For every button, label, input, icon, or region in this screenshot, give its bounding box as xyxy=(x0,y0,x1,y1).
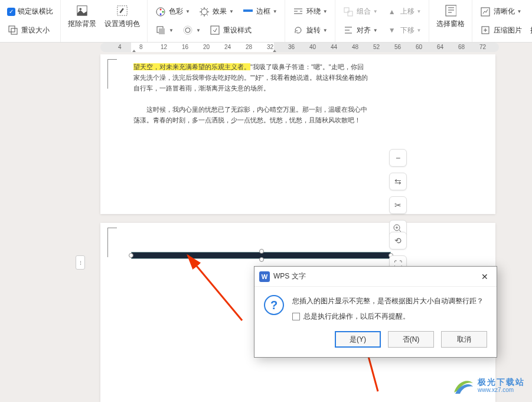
dialog-cancel-button[interactable]: 取消 xyxy=(441,331,487,348)
svg-rect-16 xyxy=(344,8,349,12)
rotate-label: 旋转 xyxy=(306,25,321,35)
compress-icon xyxy=(479,24,491,36)
svg-point-13 xyxy=(185,28,190,33)
document-area: 望天空，对未来充满希望的乐观主义者。"我吸了吸鼻子答道："嗯"。"走吧，你回家先… xyxy=(0,54,532,402)
color-icon xyxy=(155,6,167,18)
set-transparent-icon xyxy=(116,5,128,17)
svg-point-14 xyxy=(184,26,192,34)
compress-label: 压缩图片 xyxy=(494,25,522,35)
paragraph-2: 这时候，我内心里的忧愁已了无踪影，内心晴空万里。那一刻，温暖在我心中荡漾。青春的… xyxy=(133,104,370,125)
lock-aspect-ratio[interactable]: ✓ 锁定纵横比 xyxy=(5,4,56,20)
effects-label: 效果 xyxy=(213,7,227,17)
move-up-icon: ▲ xyxy=(386,6,398,18)
dropdown-caret-icon: ▼ xyxy=(323,28,328,33)
svg-rect-18 xyxy=(446,5,456,16)
move-up-label: 上移 xyxy=(400,7,414,17)
dialog-titlebar[interactable]: W WPS 文字 ✕ xyxy=(254,267,497,287)
ruler-tick: 72 xyxy=(479,44,486,50)
wrap-button[interactable]: 环绕 ▼ xyxy=(290,4,330,20)
dialog-message: 您插入的图片显示不完整，是否根据图片大小自动调整行距？ xyxy=(292,295,484,307)
svg-rect-0 xyxy=(9,26,15,32)
floating-tools-group-1: − ⇆ ✂ xyxy=(389,149,407,238)
svg-rect-15 xyxy=(211,26,219,34)
glow-button[interactable]: ▼ xyxy=(179,22,203,38)
inserted-image-selection[interactable] xyxy=(131,252,391,259)
move-up-button[interactable]: ▲ 上移 ▼ xyxy=(384,4,424,20)
horizontal-ruler[interactable]: 4812162024283236404448525660646872 xyxy=(100,43,499,52)
checkbox-checked-icon: ✓ xyxy=(7,8,15,16)
dialog-no-button[interactable]: 否(N) xyxy=(388,331,434,348)
clarity-icon xyxy=(479,6,491,18)
selection-handle-icon[interactable] xyxy=(259,257,264,262)
remove-bg-icon xyxy=(76,5,88,17)
batch-label: 批 xyxy=(528,25,532,35)
group-button[interactable]: 组合 ▼ xyxy=(340,4,380,20)
move-down-label: 下移 xyxy=(400,25,414,35)
ruler-active-range xyxy=(131,43,274,52)
selection-handle-icon[interactable] xyxy=(259,249,264,254)
dropdown-caret-icon: ▼ xyxy=(517,9,522,14)
checkbox-unchecked-icon[interactable] xyxy=(292,313,300,320)
ruler-tick: 64 xyxy=(437,44,443,50)
reset-size-button[interactable]: 重设大小 xyxy=(5,22,56,38)
clarity-label: 清晰化 xyxy=(494,7,515,17)
dropdown-caret-icon: ▼ xyxy=(196,28,201,33)
toggle-button[interactable]: ⇆ xyxy=(389,173,407,190)
rotate-button[interactable]: 旋转 ▼ xyxy=(290,22,330,38)
clarity-button[interactable]: 清晰化 ▼ xyxy=(477,4,524,20)
dropdown-caret-icon: ▼ xyxy=(273,9,278,14)
dropdown-caret-icon: ▼ xyxy=(417,28,422,33)
svg-rect-1 xyxy=(11,28,17,34)
ruler-tick: 60 xyxy=(416,44,422,50)
move-down-button[interactable]: ▼ 下移 ▼ xyxy=(384,22,424,38)
remove-bg-label: 抠除背景 xyxy=(68,19,96,29)
page-margin-marker xyxy=(107,228,117,257)
ruler-tick: 52 xyxy=(373,44,380,50)
ribbon-toolbar: ✓ 锁定纵横比 重设大小 抠除背景 设置透明色 xyxy=(0,0,532,43)
effects-button[interactable]: 效果 ▼ xyxy=(196,4,236,20)
watermark-url: www.xz7.com xyxy=(478,386,525,394)
select-pane-button[interactable]: 选择窗格 xyxy=(434,5,467,38)
watermark-chinese: 极光下载站 xyxy=(478,378,525,386)
zoom-out-button[interactable]: − xyxy=(389,149,407,167)
ruler-tick: 48 xyxy=(352,44,358,50)
color-button[interactable]: 色彩 ▼ xyxy=(152,4,192,20)
dialog-close-button[interactable]: ✕ xyxy=(478,271,492,283)
page-text-content: 望天空，对未来充满希望的乐观主义者。"我吸了吸鼻子答道："嗯"。"走吧，你回家先… xyxy=(133,61,370,125)
ruler-tick: 4 xyxy=(118,44,122,50)
dropdown-caret-icon: ▼ xyxy=(373,9,378,14)
selection-handle-icon[interactable] xyxy=(129,253,133,258)
move-down-icon: ▼ xyxy=(386,24,398,36)
vertical-ruler-handle[interactable]: ⫶ xyxy=(76,255,85,270)
svg-point-3 xyxy=(79,8,81,10)
ruler-tick: 36 xyxy=(288,44,295,50)
set-transparent-label: 设置透明色 xyxy=(105,19,140,29)
rotate-tool-button[interactable]: ⟲ xyxy=(389,232,407,249)
reset-size-label: 重设大小 xyxy=(21,25,50,35)
border-icon xyxy=(242,6,254,18)
svg-rect-10 xyxy=(243,9,253,12)
ruler-tick: 56 xyxy=(394,44,401,50)
svg-point-7 xyxy=(162,11,164,12)
indent-marker-icon[interactable] xyxy=(131,50,137,52)
compress-button[interactable]: 压缩图片 xyxy=(477,22,524,38)
svg-point-9 xyxy=(201,9,207,15)
ruler-tick: 16 xyxy=(182,44,188,50)
crop-button[interactable]: ✂ xyxy=(389,196,407,214)
ruler-area: 4812162024283236404448525660646872 xyxy=(0,43,532,54)
select-pane-label: 选择窗格 xyxy=(436,19,465,29)
color-label: 色彩 xyxy=(169,7,183,17)
set-transparent-button[interactable]: 设置透明色 xyxy=(102,5,142,38)
dialog-checkbox-row[interactable]: 总是执行此操作，以后不再提醒。 xyxy=(292,312,484,322)
align-button[interactable]: 对齐 ▼ xyxy=(340,22,380,38)
remove-bg-button[interactable]: 抠除背景 xyxy=(66,5,99,38)
dialog-yes-button[interactable]: 是(Y) xyxy=(335,331,381,348)
toggle-icon: ⇆ xyxy=(394,177,402,186)
svg-rect-17 xyxy=(348,11,353,16)
dialog-checkbox-label: 总是执行此操作，以后不再提醒。 xyxy=(303,312,410,322)
border-button[interactable]: 边框 ▼ xyxy=(240,4,280,20)
reset-style-button[interactable]: 重设样式 xyxy=(207,22,254,38)
reset-style-label: 重设样式 xyxy=(223,25,252,35)
shadow-button[interactable]: ▼ xyxy=(152,22,176,38)
align-label: 对齐 xyxy=(357,25,371,35)
